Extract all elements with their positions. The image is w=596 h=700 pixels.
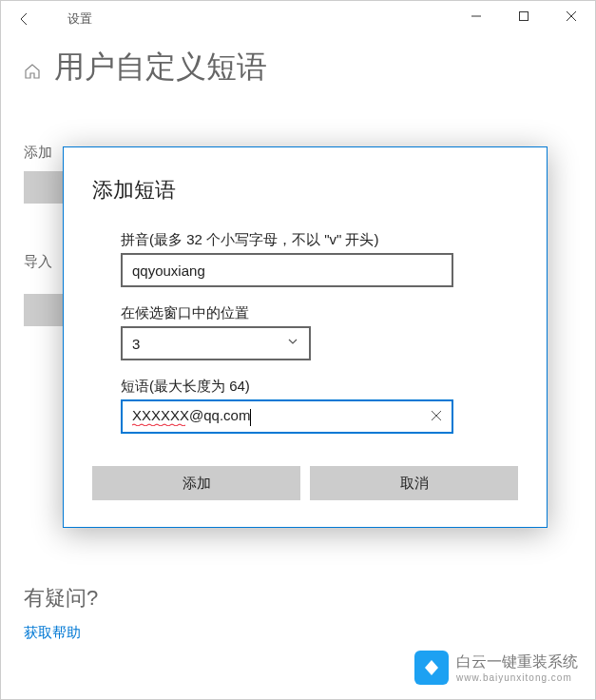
pinyin-field-group: 拼音(最多 32 个小写字母，不以 "v" 开头) bbox=[121, 231, 518, 287]
maximize-button[interactable] bbox=[500, 1, 548, 31]
chevron-down-icon bbox=[286, 335, 299, 352]
cancel-button[interactable]: 取消 bbox=[310, 466, 518, 500]
watermark-url: www.baiyunxitong.com bbox=[456, 672, 578, 683]
window-title: 设置 bbox=[67, 10, 92, 28]
pinyin-input[interactable] bbox=[121, 253, 453, 287]
clear-input-icon[interactable] bbox=[431, 409, 442, 424]
position-value: 3 bbox=[132, 336, 140, 352]
close-button[interactable] bbox=[548, 1, 595, 31]
back-button[interactable] bbox=[1, 1, 48, 37]
help-section: 有疑问? 获取帮助 bbox=[24, 584, 98, 642]
phrase-field-group: 短语(最大长度为 64) XXXXXX@qq.com bbox=[121, 378, 518, 434]
window-controls bbox=[452, 1, 595, 31]
position-label: 在候选窗口中的位置 bbox=[121, 304, 518, 322]
minimize-button[interactable] bbox=[452, 1, 500, 31]
dialog-buttons: 添加 取消 bbox=[92, 466, 518, 500]
phrase-input[interactable]: XXXXXX@qq.com bbox=[121, 399, 453, 434]
svg-rect-1 bbox=[520, 12, 529, 21]
add-phrase-dialog: 添加短语 拼音(最多 32 个小写字母，不以 "v" 开头) 在候选窗口中的位置… bbox=[63, 146, 548, 528]
titlebar: 设置 bbox=[1, 1, 595, 37]
text-cursor bbox=[250, 409, 251, 426]
add-button[interactable]: 添加 bbox=[92, 466, 300, 500]
watermark: 白云一键重装系统 www.baiyunxitong.com bbox=[414, 651, 578, 685]
spellcheck-squiggle-icon bbox=[132, 423, 185, 426]
home-icon[interactable] bbox=[24, 63, 41, 80]
dialog-title: 添加短语 bbox=[92, 176, 518, 204]
position-select[interactable]: 3 bbox=[121, 326, 311, 360]
page-header: 用户自定义短语 bbox=[1, 37, 595, 107]
position-field-group: 在候选窗口中的位置 3 bbox=[121, 304, 518, 360]
phrase-label: 短语(最大长度为 64) bbox=[121, 378, 518, 396]
page-title: 用户自定义短语 bbox=[54, 47, 267, 88]
pinyin-label: 拼音(最多 32 个小写字母，不以 "v" 开头) bbox=[121, 231, 518, 249]
watermark-text: 白云一键重装系统 bbox=[456, 652, 578, 672]
phrase-value: XXXXXX@qq.com bbox=[132, 407, 250, 423]
watermark-logo-icon bbox=[414, 651, 449, 685]
help-link[interactable]: 获取帮助 bbox=[24, 624, 98, 642]
help-title: 有疑问? bbox=[24, 584, 98, 612]
